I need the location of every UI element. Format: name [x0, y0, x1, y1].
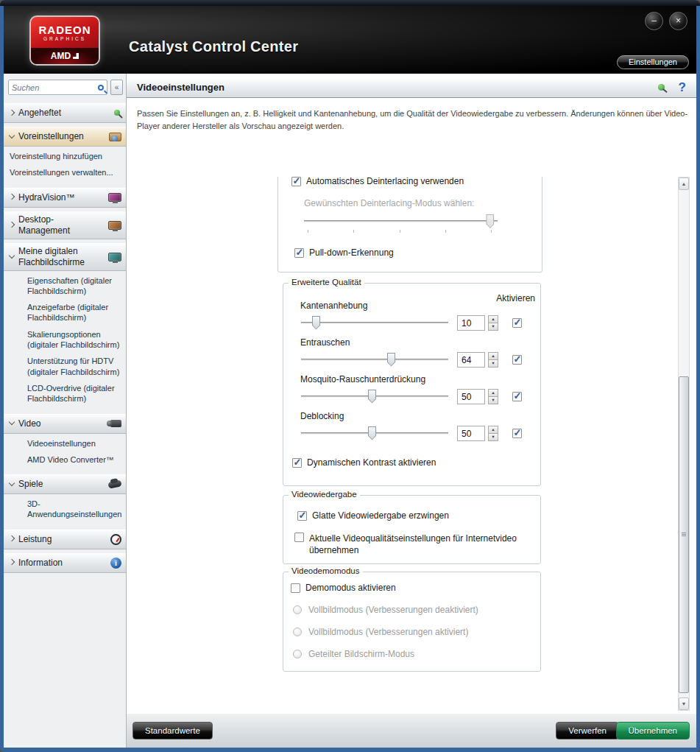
deblocking-enable-checkbox[interactable]	[512, 429, 522, 438]
entrauschen-value[interactable]: 64	[457, 352, 485, 368]
window-top-border	[0, 0, 700, 6]
apply-button[interactable]: Übernehmen	[616, 722, 690, 739]
split-screen-label: Geteilter Bildschirm-Modus	[308, 649, 414, 659]
camcorder-icon	[110, 420, 121, 427]
mosquito-spinner[interactable]: ▲▼	[488, 389, 498, 404]
entrauschen-enable-checkbox[interactable]	[512, 355, 522, 365]
video-playback-group: Videowiedergabe Glatte Videowiedergabe e…	[283, 495, 541, 564]
page-title: Videoeinstellungen	[137, 82, 658, 93]
footer-bar: Standardwerte Verwerfen Übernehmen	[127, 713, 696, 748]
defaults-button[interactable]: Standardwerte	[132, 722, 213, 739]
kantenanhebung-value[interactable]: 10	[457, 315, 485, 331]
smooth-playback-checkbox[interactable]	[297, 511, 307, 521]
demo-mode-checkbox[interactable]	[291, 583, 300, 593]
gauge-icon	[110, 534, 121, 545]
sidebar-item-skalierungsoptionen[interactable]: Skalierungsoptionen (digitaler Flachbild…	[4, 326, 126, 354]
fullscreen-disabled-row: Vollbildmodus (Verbesserungen deaktivier…	[293, 605, 540, 615]
sidebar-item-videoeinstellungen[interactable]: Videoeinstellungen	[4, 435, 126, 451]
video-playback-title: Videowiedergabe	[289, 490, 360, 499]
internet-video-row: Aktuelle Videoqualitätseinstellungen für…	[294, 533, 540, 556]
sidebar-item-anzeigefarbe[interactable]: Anzeigefarbe (digitaler Flachbildschirm)	[4, 299, 126, 326]
sidebar-section-hydravision[interactable]: HydraVision™	[4, 188, 126, 208]
dynamic-contrast-checkbox[interactable]	[292, 458, 302, 468]
deblocking-spinner[interactable]: ▲▼	[488, 426, 498, 441]
kantenanhebung-spinner[interactable]: ▲▼	[488, 315, 498, 331]
sidebar-section-video[interactable]: Video	[4, 414, 126, 434]
logo-text-amd: AMD	[51, 51, 71, 61]
internet-video-label: Aktuelle Videoqualitätseinstellungen für…	[309, 533, 519, 556]
fullscreen-enabled-row: Vollbildmodus (Verbesserungen aktiviert)	[293, 627, 540, 637]
sidebar-item-voreinstellung-hinzufuegen[interactable]: Voreinstellung hinzufügen	[4, 148, 126, 164]
dynamic-contrast-row: Dynamischen Kontrast aktivieren	[292, 457, 540, 468]
deblocking-value[interactable]: 50	[457, 426, 485, 441]
sidebar: « Angeheftet Voreinstellungen Voreinstel…	[4, 74, 127, 748]
sidebar-item-lcd-overdrive[interactable]: LCD-Overdrive (digitaler Flachbildschirm…	[4, 380, 126, 407]
demo-mode-group: Videodemomodus Demomodus aktivieren Voll…	[283, 572, 541, 672]
app-header: RADEON GRAPHICS AMD Catalyst Control Cen…	[4, 6, 696, 74]
scrollbar-down-icon[interactable]: ▼	[679, 697, 689, 710]
settings-button[interactable]: Einstellungen	[617, 55, 689, 69]
sidebar-item-amd-video-converter[interactable]: AMD Video Converter™	[4, 451, 126, 468]
pin-icon	[114, 110, 121, 117]
sidebar-item-voreinstellungen-verwalten[interactable]: Voreinstellungen verwalten...	[4, 164, 126, 180]
slider-track[interactable]	[304, 220, 498, 222]
search-icon[interactable]	[98, 85, 104, 91]
vertical-scrollbar[interactable]: ▲ ▼	[678, 177, 690, 711]
slider-track[interactable]	[301, 322, 448, 324]
page-pin-icon[interactable]	[658, 83, 667, 92]
spin-up-icon: ▲	[488, 389, 498, 397]
close-button[interactable]: ×	[669, 12, 687, 30]
deblocking-slider[interactable]	[301, 426, 448, 441]
slider-thumb[interactable]	[486, 214, 494, 228]
sidebar-section-voreinstellungen[interactable]: Voreinstellungen	[4, 127, 126, 147]
minimize-button[interactable]: –	[645, 12, 663, 30]
sidebar-section-angeheftet[interactable]: Angeheftet	[4, 103, 126, 123]
mosquito-value[interactable]: 50	[457, 389, 485, 404]
sidebar-collapse-button[interactable]: «	[110, 80, 123, 95]
split-screen-radio[interactable]	[293, 650, 302, 658]
slider-thumb[interactable]	[312, 316, 320, 330]
mosquito-enable-checkbox[interactable]	[512, 392, 522, 401]
monitor-orange-icon	[108, 221, 121, 230]
mosquito-slider[interactable]	[301, 390, 448, 404]
sidebar-section-desktop-management[interactable]: Desktop-Management	[4, 211, 126, 239]
fullscreen-disabled-radio[interactable]	[293, 605, 302, 614]
entrauschen-spinner[interactable]: ▲▼	[488, 352, 498, 368]
pulldown-checkbox[interactable]	[294, 248, 304, 258]
slider-thumb[interactable]	[368, 390, 376, 404]
scrollbar-up-icon[interactable]: ▲	[679, 178, 689, 190]
sidebar-item-3d-anwendungseinstellungen[interactable]: 3D-Anwendungseinstellungen	[4, 496, 126, 523]
sidebar-item-hdtv[interactable]: Unterstützung für HDTV (digitaler Flachb…	[4, 353, 126, 380]
deinterlacing-mode-slider[interactable]	[304, 214, 498, 229]
discard-button[interactable]: Verwerfen	[556, 722, 619, 739]
sidebar-item-eigenschaften[interactable]: Eigenschaften (digitaler Flachbildschirm…	[4, 273, 126, 300]
sidebar-section-information[interactable]: Information i	[4, 553, 126, 573]
auto-deinterlacing-checkbox[interactable]	[291, 177, 301, 186]
search-box[interactable]	[8, 80, 107, 95]
sidebar-section-flachbildschirme[interactable]: Meine digitalen Flachbildschirme	[4, 243, 126, 271]
logo-text-radeon: RADEON	[31, 24, 99, 36]
deblocking-label: Deblocking	[300, 411, 540, 421]
sidebar-section-spiele[interactable]: Spiele	[4, 474, 126, 494]
chevron-right-icon	[9, 194, 15, 200]
entrauschen-slider[interactable]	[301, 353, 448, 368]
main-panel: Videoeinstellungen ? Passen Sie Einstell…	[127, 74, 696, 748]
amd-arrow-icon	[73, 53, 79, 59]
slider-thumb[interactable]	[368, 426, 376, 440]
kantenanhebung-slider[interactable]	[301, 316, 448, 331]
slider-ticks	[308, 230, 492, 233]
slider-thumb[interactable]	[387, 353, 395, 367]
kantenanhebung-enable-checkbox[interactable]	[512, 318, 522, 328]
search-input[interactable]	[12, 83, 98, 92]
split-screen-row: Geteilter Bildschirm-Modus	[293, 649, 540, 659]
slider-track[interactable]	[301, 359, 448, 361]
scrollbar-thumb[interactable]	[679, 376, 689, 693]
fullscreen-enabled-radio[interactable]	[293, 628, 302, 636]
spin-up-icon: ▲	[488, 315, 498, 323]
internet-video-checkbox[interactable]	[294, 533, 304, 542]
deinterlacing-mode-label: Gewünschten Deinterlacing-Modus wählen:	[304, 198, 542, 208]
sidebar-section-leistung[interactable]: Leistung	[4, 530, 126, 549]
pulldown-row: Pull-down-Erkennung	[294, 247, 542, 258]
help-icon[interactable]: ?	[679, 80, 686, 95]
chevron-right-icon	[9, 535, 15, 541]
